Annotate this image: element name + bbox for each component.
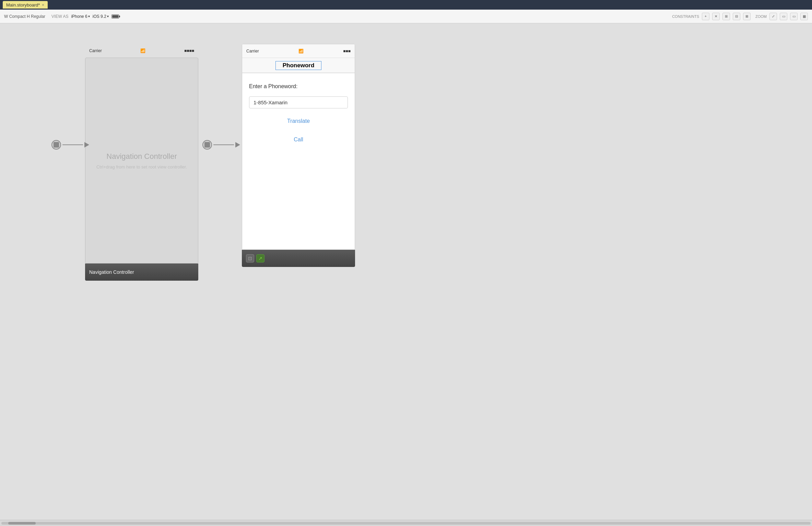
arrow-circle-left: [51, 140, 61, 150]
iphone-frame: Carrier 📶 ■■■ Phoneword Enter a Phonewor…: [242, 44, 355, 250]
zoom-plus-btn[interactable]: ▭: [790, 13, 798, 20]
nav-battery-icon: ■■■■: [184, 48, 194, 53]
scrollbar-thumb[interactable]: [8, 522, 36, 525]
arrow-head-right: [235, 142, 240, 148]
nav-status-bar: Carrier 📶 ■■■■: [85, 44, 198, 58]
call-button[interactable]: Call: [249, 134, 348, 145]
toolbar-left: W Compact H Regular VIEW AS iPhone 6 iOS…: [4, 14, 669, 19]
nav-wifi-icon: 📶: [140, 48, 145, 53]
arrow-circle-icon-right: [204, 142, 210, 148]
arrow-circle-icon-left: [54, 142, 59, 148]
tab-main-storyboard[interactable]: Main.storyboard* ×: [3, 1, 48, 9]
toolbar-right: CONSTRAINTS + ✕ ⊞ ⊟ ⊠ ZOOM ⤢ ▭ ▭ ▦: [672, 13, 808, 20]
toolbar: W Compact H Regular VIEW AS iPhone 6 iOS…: [0, 10, 812, 23]
nav-carrier-label: Carrier: [89, 48, 102, 53]
translate-button[interactable]: Translate: [249, 115, 348, 127]
iphone-battery: ■■■: [343, 49, 351, 54]
constraints-size-btn[interactable]: ⊠: [743, 13, 751, 20]
toolbar-battery-icon: [111, 14, 119, 19]
nav-controller-subtitle: Ctrl+drag from here to set root view con…: [96, 164, 187, 170]
iphone-content: Enter a Phoneword: Translate Call: [242, 73, 355, 249]
bottom-icon-segue: ↗: [256, 254, 264, 262]
constraints-label: CONSTRAINTS: [672, 14, 699, 19]
canvas-area: Carrier 📶 ■■■■ Navigation Controller Ctr…: [0, 23, 812, 520]
enter-phoneword-label: Enter a Phoneword:: [249, 83, 348, 90]
nav-controller-bar: Navigation Controller: [85, 264, 198, 281]
scrollbar-track: [1, 522, 811, 525]
iphone-carrier: Carrier: [246, 49, 259, 54]
view-as-label: VIEW AS: [51, 14, 68, 19]
ios-dropdown[interactable]: iOS 9.2: [93, 14, 109, 19]
iphone-view-controller: Carrier 📶 ■■■ Phoneword Enter a Phonewor…: [242, 44, 355, 267]
nav-controller-title: Navigation Controller: [106, 152, 177, 161]
iphone-nav-title-box: Phoneword: [275, 61, 322, 70]
title-bar: Main.storyboard* ×: [0, 0, 812, 10]
iphone-nav-title: Phoneword: [283, 62, 315, 69]
nav-controller-bar-label: Navigation Controller: [89, 269, 134, 275]
arrow-line-right: [213, 144, 234, 145]
bottom-icon-controller: ⊡: [246, 254, 254, 262]
iphone-wifi-icon: 📶: [298, 49, 304, 54]
tab-close-button[interactable]: ×: [42, 3, 44, 7]
nav-controller-block: Carrier 📶 ■■■■ Navigation Controller Ctr…: [85, 44, 198, 267]
zoom-label: ZOOM: [755, 14, 767, 19]
horizontal-scrollbar[interactable]: [0, 520, 812, 526]
constraints-add-btn[interactable]: +: [702, 13, 709, 20]
constraints-layout-btn[interactable]: ⊞: [722, 13, 730, 20]
phone-input-field[interactable]: [249, 96, 348, 108]
iphone-bottom-bar: ⊡ ↗: [242, 250, 355, 267]
segue-arrow-right: [202, 140, 240, 150]
entry-arrow-left: [51, 140, 89, 150]
size-class-label: W Compact H Regular: [4, 14, 45, 19]
arrow-circle-right: [202, 140, 212, 150]
iphone-status-bar: Carrier 📶 ■■■: [242, 44, 355, 58]
tab-label: Main.storyboard*: [6, 2, 40, 8]
zoom-100-btn[interactable]: ▦: [800, 13, 808, 20]
device-dropdown[interactable]: iPhone 6: [71, 14, 90, 19]
iphone-nav-bar: Phoneword: [242, 58, 355, 73]
zoom-minus-btn[interactable]: ▭: [780, 13, 787, 20]
arrow-head-left: [84, 142, 89, 148]
constraints-remove-btn[interactable]: ✕: [712, 13, 720, 20]
constraints-align-btn[interactable]: ⊟: [733, 13, 740, 20]
zoom-fit-btn[interactable]: ⤢: [769, 13, 777, 20]
arrow-line-left: [62, 144, 83, 145]
nav-controller-phone: Navigation Controller Ctrl+drag from her…: [85, 58, 198, 264]
